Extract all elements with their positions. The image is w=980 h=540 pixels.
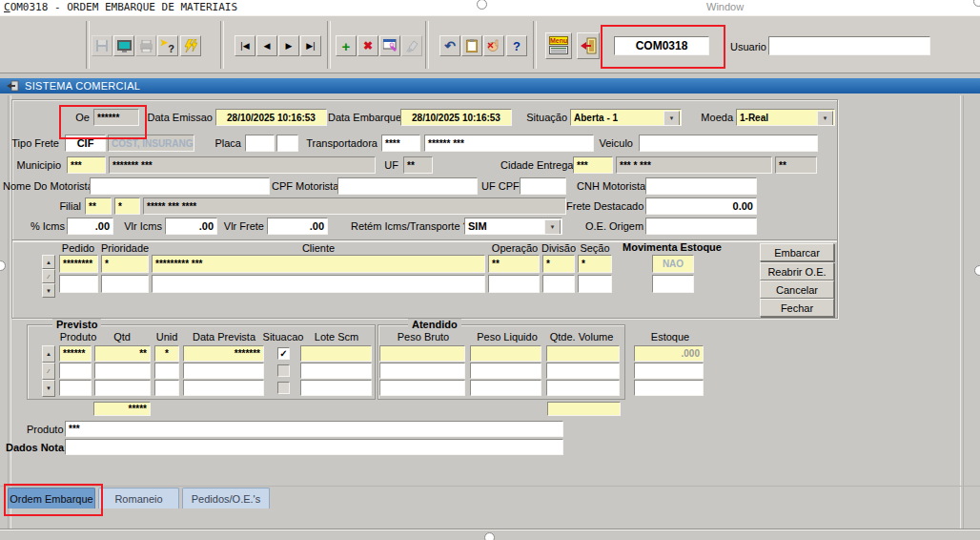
help-button[interactable]: ? bbox=[506, 35, 527, 56]
pedido-scroll-down[interactable]: ▼ bbox=[42, 283, 55, 298]
placa-field-2[interactable] bbox=[276, 135, 298, 152]
delete-record-button[interactable]: ✖ bbox=[357, 35, 378, 56]
produto-cell[interactable]: ****** bbox=[59, 345, 92, 362]
prioridade-cell[interactable]: * bbox=[101, 255, 149, 273]
cancelar-button[interactable]: Cancelar bbox=[760, 280, 834, 299]
qtde-volume-cell[interactable] bbox=[546, 380, 620, 396]
unid-cell[interactable] bbox=[154, 363, 179, 379]
tab-ordem-embarque[interactable]: Ordem Embarque bbox=[8, 488, 95, 509]
clear-field-button[interactable] bbox=[401, 35, 422, 56]
qtd-cell[interactable] bbox=[94, 363, 151, 379]
veiculo-field[interactable] bbox=[639, 135, 818, 152]
query-window-button[interactable] bbox=[379, 35, 400, 56]
filial-code2-field[interactable]: * bbox=[114, 197, 140, 215]
secao-cell[interactable]: * bbox=[578, 255, 612, 273]
oe-field[interactable]: ****** bbox=[93, 109, 139, 126]
municipio-code-field[interactable]: *** bbox=[67, 156, 106, 174]
lote-scm-cell[interactable] bbox=[300, 380, 372, 396]
previsto-scroll-up[interactable]: ▲ bbox=[42, 345, 55, 363]
selection-handle-left[interactable] bbox=[0, 260, 6, 271]
situacao-checkbox[interactable] bbox=[277, 364, 290, 377]
prioridade-cell[interactable] bbox=[101, 275, 149, 293]
chevron-down-icon[interactable]: ▼ bbox=[544, 219, 561, 235]
qtd-cell[interactable] bbox=[94, 380, 151, 396]
movimenta-cell[interactable] bbox=[652, 275, 694, 293]
produto-footer-field[interactable]: *** bbox=[65, 421, 563, 437]
usuario-input[interactable] bbox=[768, 36, 930, 55]
undo-button[interactable]: ↶ bbox=[439, 35, 460, 56]
last-record-button[interactable]: ▶| bbox=[300, 35, 321, 56]
tipo-frete-field[interactable]: CIF bbox=[65, 135, 106, 152]
perc-icms-field[interactable]: .00 bbox=[67, 218, 113, 235]
insert-record-button[interactable]: + bbox=[336, 35, 357, 56]
selection-handle-bottom[interactable] bbox=[484, 532, 495, 540]
data-emissao-field[interactable]: 28/10/2025 10:16:53 bbox=[215, 109, 327, 126]
estoque-cell[interactable] bbox=[634, 363, 704, 379]
pedido-scroll-track[interactable]: ⁄ bbox=[42, 269, 55, 283]
save-button[interactable] bbox=[92, 35, 112, 56]
operacao-cell[interactable] bbox=[488, 275, 540, 293]
tab-romaneio[interactable]: Romaneio bbox=[98, 488, 179, 509]
situacao-checkbox[interactable]: ✓ bbox=[277, 347, 290, 360]
data-prevista-cell[interactable] bbox=[183, 380, 264, 396]
peso-bruto-cell[interactable] bbox=[379, 380, 465, 396]
cidade-entrega-code-field[interactable]: *** bbox=[573, 156, 613, 174]
execute-query-button[interactable] bbox=[180, 35, 201, 56]
dados-nota-field[interactable] bbox=[65, 439, 563, 455]
fechar-button[interactable]: Fechar bbox=[760, 299, 834, 317]
previsto-scroll-down[interactable]: ▼ bbox=[42, 380, 55, 397]
qtde-volume-cell[interactable] bbox=[546, 363, 620, 379]
vlr-icms-field[interactable]: .00 bbox=[165, 218, 217, 235]
produto-cell[interactable] bbox=[59, 380, 92, 396]
pedido-cell[interactable] bbox=[59, 275, 98, 293]
transportadora-name-field[interactable]: ****** *** bbox=[424, 135, 594, 152]
peso-bruto-cell[interactable] bbox=[379, 345, 465, 362]
produto-cell[interactable] bbox=[59, 363, 92, 379]
embarcar-button[interactable]: Embarcar bbox=[760, 243, 834, 261]
retem-icms-dropdown[interactable]: SIM ▼ bbox=[464, 218, 562, 235]
divisao-cell[interactable]: * bbox=[542, 255, 575, 273]
previsto-scroll-track[interactable]: ⁄ bbox=[42, 363, 55, 380]
previous-record-button[interactable]: ◀ bbox=[256, 35, 277, 56]
cliente-cell[interactable] bbox=[152, 275, 485, 293]
placa-field-1[interactable] bbox=[245, 135, 275, 152]
qtd-cell[interactable]: ** bbox=[94, 345, 151, 362]
peso-liquido-cell[interactable] bbox=[470, 345, 541, 362]
first-record-button[interactable]: |◀ bbox=[235, 35, 255, 56]
secao-cell[interactable] bbox=[578, 275, 612, 293]
pedido-scroll-up[interactable]: ▲ bbox=[42, 255, 55, 269]
print-button[interactable] bbox=[135, 35, 156, 56]
peso-liquido-cell[interactable] bbox=[470, 380, 541, 396]
moeda-dropdown[interactable]: 1-Real ▼ bbox=[736, 109, 835, 126]
nome-motorista-field[interactable] bbox=[90, 177, 270, 195]
qtde-volume-cell[interactable] bbox=[546, 345, 620, 362]
chevron-down-icon[interactable]: ▼ bbox=[664, 111, 680, 126]
clipboard-button[interactable] bbox=[461, 35, 482, 56]
exit-button[interactable] bbox=[577, 32, 600, 59]
data-prevista-cell[interactable]: ******* bbox=[183, 345, 264, 362]
data-prevista-cell[interactable] bbox=[183, 363, 264, 379]
screen-button[interactable] bbox=[113, 35, 134, 56]
reabrir-oe-button[interactable]: Reabrir O.E. bbox=[760, 262, 834, 280]
pedido-cell[interactable]: ******** bbox=[59, 255, 98, 273]
estoque-cell[interactable] bbox=[634, 380, 704, 396]
cpf-motorista-field[interactable] bbox=[337, 177, 478, 195]
operacao-cell[interactable]: ** bbox=[488, 255, 540, 273]
filial-code1-field[interactable]: ** bbox=[85, 197, 112, 215]
uf-cpf-field[interactable] bbox=[520, 177, 566, 195]
chevron-down-icon[interactable]: ▼ bbox=[817, 111, 833, 126]
situacao-checkbox[interactable] bbox=[277, 382, 290, 394]
cut-button[interactable] bbox=[483, 35, 504, 56]
vlr-frete-field[interactable]: .00 bbox=[267, 218, 328, 235]
oe-origem-field[interactable] bbox=[645, 218, 757, 235]
frete-destacado-field[interactable]: 0.00 bbox=[645, 197, 757, 215]
enter-query-button[interactable]: ➤ ? bbox=[157, 35, 178, 56]
cnh-motorista-field[interactable] bbox=[645, 177, 757, 195]
unid-cell[interactable]: * bbox=[154, 345, 179, 362]
data-embarque-field[interactable]: 28/10/2025 10:16:53 bbox=[400, 109, 512, 126]
transportadora-code-field[interactable]: **** bbox=[381, 135, 420, 152]
peso-bruto-cell[interactable] bbox=[379, 363, 465, 379]
tab-pedidos-oes[interactable]: Pedidos/O.E.'s bbox=[182, 488, 270, 509]
lote-scm-cell[interactable] bbox=[300, 363, 372, 379]
next-record-button[interactable]: ▶ bbox=[278, 35, 299, 56]
